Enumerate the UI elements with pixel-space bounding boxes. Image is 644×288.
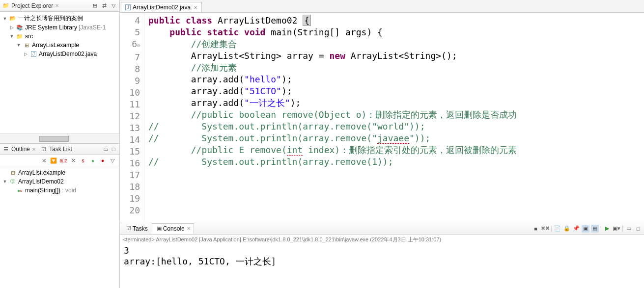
task-list-tab[interactable]: ☑ Task List [40, 145, 72, 153]
jre-version: [JavaSE-1 [79, 24, 106, 31]
editor-tab-bar: 🄹 ArrayListDemo02.java ✕ [120, 0, 644, 13]
outline-method-label: main(String[]) : void [25, 187, 76, 194]
view-menu-icon[interactable]: ▽ [110, 2, 117, 10]
outline-class[interactable]: ▼ Ⓒ ArrayListDemo02 [2, 177, 117, 186]
close-icon[interactable]: ✕ [187, 226, 191, 231]
view-close-icon[interactable]: ✕ [55, 3, 59, 8]
console-output[interactable]: 3 array:[hello, 51CTO, 一计之长] [120, 244, 644, 268]
task-list-label: Task List [49, 146, 72, 153]
project-icon: 📂 [9, 15, 17, 23]
class-icon: Ⓒ [9, 178, 17, 185]
link-editor-icon[interactable]: ⇄ [100, 2, 108, 10]
expand-toggle-icon[interactable]: ▼ [9, 34, 15, 39]
project-explorer-title: Project Explorer [11, 2, 53, 9]
code-content[interactable]: public class ArrayListDemo02 { public st… [144, 13, 644, 222]
minimize-icon[interactable]: ▭ [625, 225, 633, 233]
outline-title: Outline [11, 146, 30, 153]
project-root-label: 一计之长博客用到的案例 [18, 14, 83, 23]
expand-toggle-icon[interactable]: ▼ [2, 179, 8, 184]
outline-class-label: ArrayListDemo02 [18, 178, 64, 185]
java-file[interactable]: ▷ 🄹 ArrayListDemo02.java [2, 50, 117, 58]
line-number: 13 [120, 122, 140, 134]
outline-package[interactable]: ⊞ ArrayList.example [2, 168, 117, 177]
line-number: 10 [120, 87, 140, 99]
project-tree[interactable]: ▼ 📂 一计之长博客用到的案例 ▷ 📚 JRE System Library [… [0, 12, 119, 133]
sort-icon[interactable]: ⤨ [40, 157, 48, 164]
code-line: public class ArrayListDemo02 { [148, 15, 640, 26]
console-tab[interactable]: ▣ Console ✕ [152, 223, 194, 234]
expand-toggle-icon[interactable]: ▼ [2, 16, 8, 21]
tasks-tab[interactable]: ☑ Tasks [122, 224, 151, 234]
line-number: 6⊖ [120, 38, 140, 52]
project-explorer-icon: 📁 [2, 2, 10, 10]
editor-tab-active[interactable]: 🄹 ArrayListDemo02.java ✕ [121, 2, 202, 12]
pin-console-icon[interactable]: 📌 [572, 225, 580, 233]
line-number: 18 [120, 181, 140, 193]
src-folder[interactable]: ▼ 📁 src [2, 32, 117, 41]
code-line: // System.out.println(array.remove("java… [148, 132, 640, 144]
expand-toggle-icon[interactable]: ▷ [23, 52, 28, 56]
code-line: // System.out.println(array.remove(1)); [148, 156, 640, 168]
outline-header: ☰ Outline ✕ ☑ Task List ▭ □ [0, 143, 119, 155]
package-label: ArrayList.example [32, 42, 79, 49]
line-number: 5 [120, 26, 140, 38]
code-line: //创建集合 [148, 38, 640, 50]
hide-static-icon[interactable]: s [79, 157, 87, 164]
line-number: 7 [120, 52, 140, 63]
outline-icon: ☰ [2, 145, 10, 153]
tasks-icon: ☑ [125, 225, 133, 233]
line-number: 19 [120, 193, 140, 205]
left-panel: 📁 Project Explorer ✕ ⊟ ⇄ ▽ ▼ 📂 一计之长博客用到的… [0, 0, 120, 288]
collapse-all-icon[interactable]: ⊟ [91, 2, 99, 10]
hide-public-icon[interactable]: ● [89, 157, 97, 164]
line-number: 14 [120, 134, 140, 146]
package-node[interactable]: ▼ ⊞ ArrayList.example [2, 41, 117, 50]
console-line: 3 [124, 245, 640, 256]
line-number: 9 [120, 75, 140, 87]
jre-library[interactable]: ▷ 📚 JRE System Library [JavaSE-1 [2, 23, 117, 32]
scroll-lock-icon[interactable]: 🔒 [563, 225, 571, 233]
line-number: 17 [120, 169, 140, 181]
method-icon: ●s [16, 186, 24, 194]
maximize-icon[interactable]: □ [634, 225, 642, 233]
show-console-icon[interactable]: ▣ [582, 225, 589, 233]
right-panel: 🄹 ArrayListDemo02.java ✕ 4 5 6⊖ 7 8 9 10… [120, 0, 644, 288]
expand-toggle-icon[interactable]: ▷ [9, 25, 15, 30]
task-list-icon: ☑ [40, 145, 48, 153]
code-editor[interactable]: 4 5 6⊖ 7 8 9 10 11 12 13 14 15 16 17 18 … [120, 13, 644, 222]
project-root[interactable]: ▼ 📂 一计之长博客用到的案例 [2, 14, 117, 23]
close-tab-icon[interactable]: ✕ [194, 5, 197, 10]
tasks-tab-label: Tasks [133, 225, 148, 232]
java-file-icon: 🄹 [29, 50, 37, 58]
java-file-label: ArrayListDemo02.java [39, 51, 97, 57]
maximize-icon[interactable]: □ [110, 145, 117, 153]
clear-console-icon[interactable]: 📄 [554, 225, 561, 233]
sort-az-icon[interactable]: aͨz [59, 157, 67, 164]
outline-method[interactable]: ●s main(String[]) : void [2, 186, 117, 195]
src-label: src [25, 33, 33, 40]
view-close-icon[interactable]: ✕ [32, 147, 36, 152]
console-tab-bar: ☑ Tasks ▣ Console ✕ ■ ✖✖ | 📄 🔒 📌 ▣ ▤ [120, 222, 644, 235]
code-line: //添加元素 [148, 62, 640, 74]
jre-label: JRE System Library [25, 24, 77, 31]
line-number: 20 [120, 205, 140, 216]
view-menu-icon[interactable]: ▽ [109, 157, 116, 164]
filter-icon[interactable]: 🔽 [50, 157, 57, 164]
console-select-icon[interactable]: ▣▾ [613, 225, 620, 233]
open-console-icon[interactable]: ▶ [603, 225, 611, 233]
scroll-thumb[interactable] [39, 136, 69, 142]
display-console-icon[interactable]: ▤ [591, 225, 599, 233]
remove-terminated-icon[interactable]: ✖✖ [541, 225, 549, 233]
console-tab-label: Console [163, 225, 185, 232]
expand-toggle-icon[interactable]: ▼ [16, 43, 22, 48]
minimize-icon[interactable]: ▭ [102, 145, 110, 153]
console-process-info: <terminated> ArrayListDemo02 [Java Appli… [120, 235, 644, 244]
terminate-icon[interactable]: ■ [532, 225, 540, 233]
line-number: 8 [120, 63, 140, 75]
code-line: //public boolean remove(Object o)：删除指定的元… [148, 109, 640, 121]
code-line: //public E remove(int index)：删除指定索引处的元素，… [148, 144, 640, 156]
outline-tree[interactable]: ⊞ ArrayList.example ▼ Ⓒ ArrayListDemo02 … [0, 166, 119, 288]
horizontal-scrollbar[interactable] [0, 133, 119, 143]
hide-fields-icon[interactable]: ✕ [69, 157, 77, 164]
hide-local-icon[interactable]: ● [99, 157, 107, 164]
